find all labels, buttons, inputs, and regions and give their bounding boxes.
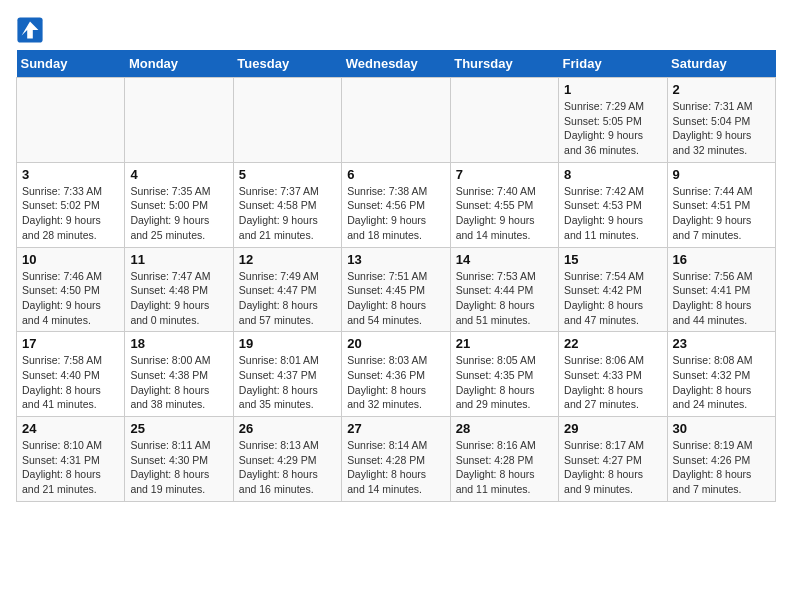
day-info: Sunrise: 7:31 AM Sunset: 5:04 PM Dayligh… xyxy=(673,99,770,158)
calendar-cell: 11Sunrise: 7:47 AM Sunset: 4:48 PM Dayli… xyxy=(125,247,233,332)
day-number: 9 xyxy=(673,167,770,182)
calendar-cell: 26Sunrise: 8:13 AM Sunset: 4:29 PM Dayli… xyxy=(233,417,341,502)
calendar-week-1: 1Sunrise: 7:29 AM Sunset: 5:05 PM Daylig… xyxy=(17,78,776,163)
day-info: Sunrise: 8:01 AM Sunset: 4:37 PM Dayligh… xyxy=(239,353,336,412)
calendar-cell: 4Sunrise: 7:35 AM Sunset: 5:00 PM Daylig… xyxy=(125,162,233,247)
calendar-cell xyxy=(233,78,341,163)
day-number: 4 xyxy=(130,167,227,182)
day-header-saturday: Saturday xyxy=(667,50,775,78)
calendar-cell: 27Sunrise: 8:14 AM Sunset: 4:28 PM Dayli… xyxy=(342,417,450,502)
day-info: Sunrise: 7:56 AM Sunset: 4:41 PM Dayligh… xyxy=(673,269,770,328)
calendar-cell: 30Sunrise: 8:19 AM Sunset: 4:26 PM Dayli… xyxy=(667,417,775,502)
day-number: 28 xyxy=(456,421,553,436)
day-number: 14 xyxy=(456,252,553,267)
calendar-cell: 29Sunrise: 8:17 AM Sunset: 4:27 PM Dayli… xyxy=(559,417,667,502)
day-number: 19 xyxy=(239,336,336,351)
calendar-cell: 18Sunrise: 8:00 AM Sunset: 4:38 PM Dayli… xyxy=(125,332,233,417)
day-info: Sunrise: 7:58 AM Sunset: 4:40 PM Dayligh… xyxy=(22,353,119,412)
day-info: Sunrise: 7:47 AM Sunset: 4:48 PM Dayligh… xyxy=(130,269,227,328)
day-info: Sunrise: 8:11 AM Sunset: 4:30 PM Dayligh… xyxy=(130,438,227,497)
day-header-friday: Friday xyxy=(559,50,667,78)
day-info: Sunrise: 7:29 AM Sunset: 5:05 PM Dayligh… xyxy=(564,99,661,158)
day-number: 22 xyxy=(564,336,661,351)
calendar-week-4: 17Sunrise: 7:58 AM Sunset: 4:40 PM Dayli… xyxy=(17,332,776,417)
calendar-cell: 1Sunrise: 7:29 AM Sunset: 5:05 PM Daylig… xyxy=(559,78,667,163)
day-number: 13 xyxy=(347,252,444,267)
day-number: 16 xyxy=(673,252,770,267)
day-number: 1 xyxy=(564,82,661,97)
header xyxy=(16,16,776,44)
calendar-cell: 5Sunrise: 7:37 AM Sunset: 4:58 PM Daylig… xyxy=(233,162,341,247)
day-info: Sunrise: 7:49 AM Sunset: 4:47 PM Dayligh… xyxy=(239,269,336,328)
day-number: 20 xyxy=(347,336,444,351)
calendar-cell: 21Sunrise: 8:05 AM Sunset: 4:35 PM Dayli… xyxy=(450,332,558,417)
calendar-cell: 12Sunrise: 7:49 AM Sunset: 4:47 PM Dayli… xyxy=(233,247,341,332)
day-info: Sunrise: 8:03 AM Sunset: 4:36 PM Dayligh… xyxy=(347,353,444,412)
day-number: 11 xyxy=(130,252,227,267)
calendar-cell: 17Sunrise: 7:58 AM Sunset: 4:40 PM Dayli… xyxy=(17,332,125,417)
day-number: 7 xyxy=(456,167,553,182)
calendar-table: SundayMondayTuesdayWednesdayThursdayFrid… xyxy=(16,50,776,502)
day-number: 8 xyxy=(564,167,661,182)
day-info: Sunrise: 7:46 AM Sunset: 4:50 PM Dayligh… xyxy=(22,269,119,328)
calendar-cell: 19Sunrise: 8:01 AM Sunset: 4:37 PM Dayli… xyxy=(233,332,341,417)
day-info: Sunrise: 8:17 AM Sunset: 4:27 PM Dayligh… xyxy=(564,438,661,497)
calendar-cell: 8Sunrise: 7:42 AM Sunset: 4:53 PM Daylig… xyxy=(559,162,667,247)
day-header-thursday: Thursday xyxy=(450,50,558,78)
day-number: 24 xyxy=(22,421,119,436)
day-number: 2 xyxy=(673,82,770,97)
day-header-wednesday: Wednesday xyxy=(342,50,450,78)
logo-icon xyxy=(16,16,44,44)
header-row: SundayMondayTuesdayWednesdayThursdayFrid… xyxy=(17,50,776,78)
calendar-body: 1Sunrise: 7:29 AM Sunset: 5:05 PM Daylig… xyxy=(17,78,776,502)
day-info: Sunrise: 8:00 AM Sunset: 4:38 PM Dayligh… xyxy=(130,353,227,412)
calendar-cell xyxy=(342,78,450,163)
day-info: Sunrise: 8:05 AM Sunset: 4:35 PM Dayligh… xyxy=(456,353,553,412)
day-number: 3 xyxy=(22,167,119,182)
day-info: Sunrise: 8:19 AM Sunset: 4:26 PM Dayligh… xyxy=(673,438,770,497)
day-info: Sunrise: 7:54 AM Sunset: 4:42 PM Dayligh… xyxy=(564,269,661,328)
day-info: Sunrise: 7:42 AM Sunset: 4:53 PM Dayligh… xyxy=(564,184,661,243)
calendar-cell: 23Sunrise: 8:08 AM Sunset: 4:32 PM Dayli… xyxy=(667,332,775,417)
calendar-week-2: 3Sunrise: 7:33 AM Sunset: 5:02 PM Daylig… xyxy=(17,162,776,247)
day-info: Sunrise: 7:35 AM Sunset: 5:00 PM Dayligh… xyxy=(130,184,227,243)
day-number: 23 xyxy=(673,336,770,351)
day-info: Sunrise: 8:08 AM Sunset: 4:32 PM Dayligh… xyxy=(673,353,770,412)
day-info: Sunrise: 7:51 AM Sunset: 4:45 PM Dayligh… xyxy=(347,269,444,328)
calendar-cell: 7Sunrise: 7:40 AM Sunset: 4:55 PM Daylig… xyxy=(450,162,558,247)
calendar-cell: 14Sunrise: 7:53 AM Sunset: 4:44 PM Dayli… xyxy=(450,247,558,332)
calendar-cell: 10Sunrise: 7:46 AM Sunset: 4:50 PM Dayli… xyxy=(17,247,125,332)
day-info: Sunrise: 8:14 AM Sunset: 4:28 PM Dayligh… xyxy=(347,438,444,497)
day-header-tuesday: Tuesday xyxy=(233,50,341,78)
day-number: 18 xyxy=(130,336,227,351)
calendar-cell: 25Sunrise: 8:11 AM Sunset: 4:30 PM Dayli… xyxy=(125,417,233,502)
day-number: 12 xyxy=(239,252,336,267)
day-number: 17 xyxy=(22,336,119,351)
calendar-cell: 3Sunrise: 7:33 AM Sunset: 5:02 PM Daylig… xyxy=(17,162,125,247)
day-info: Sunrise: 8:10 AM Sunset: 4:31 PM Dayligh… xyxy=(22,438,119,497)
logo xyxy=(16,16,46,44)
calendar-cell: 20Sunrise: 8:03 AM Sunset: 4:36 PM Dayli… xyxy=(342,332,450,417)
calendar-cell: 6Sunrise: 7:38 AM Sunset: 4:56 PM Daylig… xyxy=(342,162,450,247)
calendar-cell xyxy=(17,78,125,163)
day-info: Sunrise: 8:06 AM Sunset: 4:33 PM Dayligh… xyxy=(564,353,661,412)
calendar-header: SundayMondayTuesdayWednesdayThursdayFrid… xyxy=(17,50,776,78)
day-info: Sunrise: 7:40 AM Sunset: 4:55 PM Dayligh… xyxy=(456,184,553,243)
calendar-cell: 24Sunrise: 8:10 AM Sunset: 4:31 PM Dayli… xyxy=(17,417,125,502)
day-number: 21 xyxy=(456,336,553,351)
day-info: Sunrise: 8:16 AM Sunset: 4:28 PM Dayligh… xyxy=(456,438,553,497)
day-info: Sunrise: 7:38 AM Sunset: 4:56 PM Dayligh… xyxy=(347,184,444,243)
calendar-cell: 15Sunrise: 7:54 AM Sunset: 4:42 PM Dayli… xyxy=(559,247,667,332)
calendar-week-5: 24Sunrise: 8:10 AM Sunset: 4:31 PM Dayli… xyxy=(17,417,776,502)
day-number: 26 xyxy=(239,421,336,436)
day-info: Sunrise: 7:33 AM Sunset: 5:02 PM Dayligh… xyxy=(22,184,119,243)
day-info: Sunrise: 8:13 AM Sunset: 4:29 PM Dayligh… xyxy=(239,438,336,497)
day-number: 5 xyxy=(239,167,336,182)
calendar-cell xyxy=(125,78,233,163)
calendar-cell: 28Sunrise: 8:16 AM Sunset: 4:28 PM Dayli… xyxy=(450,417,558,502)
day-number: 29 xyxy=(564,421,661,436)
calendar-cell: 22Sunrise: 8:06 AM Sunset: 4:33 PM Dayli… xyxy=(559,332,667,417)
day-header-sunday: Sunday xyxy=(17,50,125,78)
day-info: Sunrise: 7:44 AM Sunset: 4:51 PM Dayligh… xyxy=(673,184,770,243)
day-info: Sunrise: 7:37 AM Sunset: 4:58 PM Dayligh… xyxy=(239,184,336,243)
